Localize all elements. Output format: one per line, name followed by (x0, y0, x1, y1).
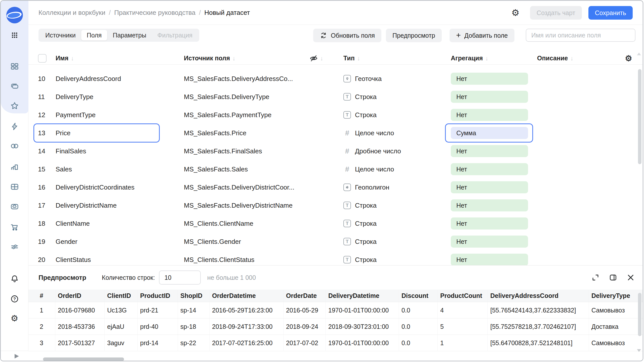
cart-icon[interactable] (10, 222, 19, 232)
field-search-input[interactable] (526, 29, 635, 42)
field-name[interactable]: DeliveryAddressCoord (56, 75, 184, 83)
bell-icon[interactable] (10, 274, 19, 284)
row-count-input[interactable] (159, 270, 201, 285)
preview-scrollbar-thumb[interactable] (638, 293, 641, 336)
column-header-type[interactable]: Тип ↓ (343, 55, 451, 62)
aggregation-select[interactable]: Нет (451, 91, 528, 103)
rings-icon[interactable] (10, 141, 19, 151)
column-header-aggregation[interactable]: Агрегация ↓ (451, 55, 537, 62)
sort-arrow-icon[interactable]: ↓ (357, 55, 360, 62)
field-name[interactable]: PaymentType (56, 111, 184, 119)
expand-icon[interactable] (591, 274, 599, 282)
field-row[interactable]: 20ClientStatusMS_Clients.ClientStatusTСт… (28, 251, 643, 265)
field-row[interactable]: 10DeliveryAddressCoordMS_SalesFacts.Deli… (28, 70, 643, 88)
tab-поля[interactable]: Поля (81, 30, 107, 40)
field-name[interactable]: ClientName (56, 220, 184, 228)
field-row-index: 11 (38, 93, 56, 101)
datalens-logo[interactable] (6, 7, 23, 23)
bar-chart-icon[interactable] (10, 162, 19, 171)
aggregation-select[interactable]: Нет (451, 181, 528, 193)
column-header-source[interactable]: Источник поля ↓ (184, 55, 310, 62)
field-row[interactable]: 12PaymentTypeMS_SalesFacts.PaymentTypeTС… (28, 106, 643, 124)
add-field-button[interactable]: + Добавить поле (450, 29, 514, 42)
aggregation-select[interactable]: Сумма (451, 127, 528, 139)
scroll-up-arrow[interactable] (637, 53, 641, 55)
sort-arrow-icon[interactable]: ↓ (570, 55, 573, 62)
eye-off-icon[interactable] (310, 54, 318, 62)
copies-icon[interactable] (10, 81, 19, 91)
close-icon[interactable] (627, 274, 635, 282)
grid-menu-icon[interactable] (10, 30, 19, 40)
table-settings-gear-icon[interactable]: ⚙ (625, 54, 632, 62)
help-icon[interactable]: ? (10, 294, 19, 304)
aggregation-select[interactable]: Нет (451, 145, 528, 157)
select-all-checkbox[interactable] (38, 54, 47, 63)
field-source: MS_SalesFacts.DeliveryDistrictName (184, 202, 310, 209)
aggregation-select[interactable]: Нет (451, 236, 528, 248)
sort-arrow-icon[interactable]: ↓ (232, 55, 235, 62)
preview-toggle-button[interactable]: Предпросмотр (386, 29, 442, 42)
field-row[interactable]: 17DeliveryDistrictNameMS_SalesFacts.Deli… (28, 196, 643, 214)
field-row[interactable]: 16DeliveryDistrictCoordinatesMS_SalesFac… (28, 178, 643, 196)
field-row[interactable]: 18ClientNameMS_Clients.ClientNameTСтрока… (28, 214, 643, 233)
scroll-down-arrow[interactable] (637, 349, 641, 352)
field-row[interactable]: 11DeliveryTypeMS_SalesFacts.DeliveryType… (28, 88, 643, 106)
refresh-fields-button[interactable]: Обновить поля (313, 29, 381, 42)
field-source: MS_SalesFacts.FinalSales (184, 147, 310, 155)
field-type: #Дробное число (343, 147, 451, 155)
preview-cell: 3aguv (105, 335, 138, 351)
split-panel-icon[interactable] (609, 274, 617, 282)
column-header-hidden[interactable]: ↓ (310, 54, 343, 62)
field-type-label: Строка (355, 256, 377, 264)
breadcrumb-item[interactable]: Практические руководства (114, 9, 195, 16)
field-source: MS_Clients.Gender (184, 238, 310, 246)
field-aggregation-cell: Нет (451, 163, 537, 175)
field-name[interactable]: DeliveryDistrictName (56, 202, 184, 209)
column-header-name[interactable]: Имя ↓ (56, 55, 184, 62)
settings-gear-icon[interactable]: ⚙ (511, 8, 519, 17)
preview-cell: Доставка (589, 319, 643, 335)
field-name[interactable]: DeliveryDistrictCoordinates (56, 184, 184, 191)
aggregation-select[interactable]: Нет (451, 163, 528, 175)
string-type-icon: T (343, 238, 351, 245)
aggregation-select[interactable]: Нет (451, 109, 528, 121)
field-name[interactable]: ClientStatus (56, 256, 184, 264)
field-row-index: 16 (38, 184, 56, 191)
field-name[interactable]: Price (56, 129, 184, 137)
sort-arrow-icon[interactable]: ↓ (320, 55, 323, 62)
aggregation-select[interactable]: Нет (451, 199, 528, 211)
lightning-icon[interactable] (10, 122, 19, 131)
field-row[interactable]: 19GenderMS_Clients.GenderTСтрокаНет (28, 233, 643, 251)
fields-scrollbar-thumb[interactable] (638, 69, 641, 164)
field-name[interactable]: Sales (56, 165, 184, 173)
breadcrumb-item[interactable]: Коллекции и воркбуки (38, 9, 105, 16)
field-name[interactable]: DeliveryType (56, 93, 184, 101)
table-icon[interactable] (10, 182, 19, 192)
preview-column-header: DeliveryType (589, 290, 643, 302)
save-button[interactable]: Сохранить (588, 6, 633, 20)
field-row[interactable]: 14FinalSalesMS_SalesFacts.FinalSales#Дро… (28, 142, 643, 160)
tab-источники[interactable]: Источники (40, 30, 81, 40)
tab-параметры[interactable]: Параметры (107, 30, 152, 40)
aggregation-select[interactable]: Нет (451, 217, 528, 230)
sort-arrow-icon[interactable]: ↓ (485, 55, 488, 62)
horizontal-scrollbar-thumb[interactable] (43, 357, 124, 361)
preview-row: 32017-5013273aguvprd-14sp-222017-07-02T1… (28, 335, 643, 351)
preview-column-header: OrderDate (284, 290, 326, 302)
field-row[interactable]: 15SalesMS_SalesFacts.Sales#Целое числоНе… (28, 160, 643, 178)
gear-icon[interactable]: ⚙ (10, 313, 19, 323)
sliders-icon[interactable] (10, 242, 19, 252)
tiles-icon[interactable] (10, 62, 19, 71)
field-name[interactable]: Gender (56, 238, 184, 246)
sort-arrow-icon[interactable]: ↓ (71, 55, 74, 62)
preview-cell: sp-22 (178, 335, 210, 351)
cloud-folder-icon[interactable] (10, 202, 19, 211)
field-type: Геополигон (343, 184, 451, 191)
field-row[interactable]: 13PriceMS_SalesFacts.Price#Целое числоСу… (28, 124, 643, 142)
preview-cell: sp-14 (178, 302, 210, 318)
aggregation-select[interactable]: Нет (451, 254, 528, 265)
field-name[interactable]: FinalSales (56, 147, 184, 155)
play-icon[interactable] (14, 353, 19, 359)
aggregation-select[interactable]: Нет (451, 73, 528, 85)
star-icon[interactable] (10, 101, 19, 111)
